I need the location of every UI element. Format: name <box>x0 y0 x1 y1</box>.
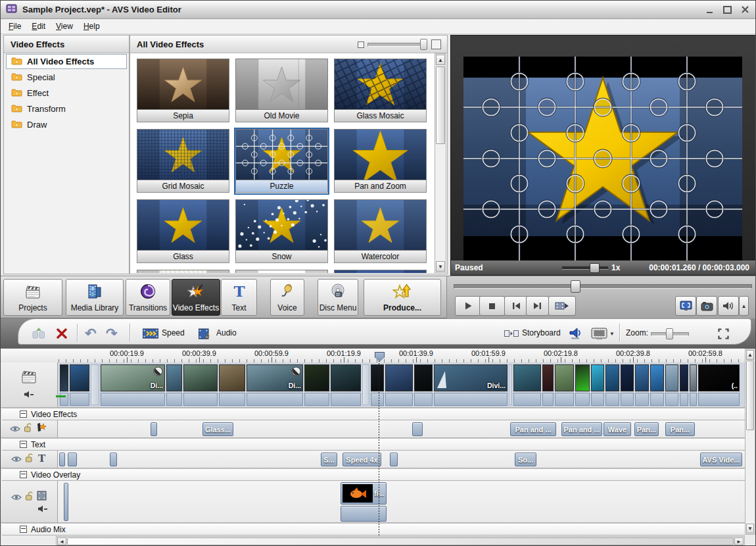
audio-cell[interactable] <box>555 393 574 406</box>
video-clip[interactable]: (.. <box>698 364 740 391</box>
video-clip[interactable] <box>183 364 218 391</box>
next-button[interactable] <box>526 296 549 316</box>
volume-expand-button[interactable]: ▲ <box>739 296 749 316</box>
titlebar[interactable]: Sample Project.vep* - AVS Video Editor <box>1 1 756 19</box>
effect-thumbnail[interactable] <box>137 129 229 180</box>
seek-slider[interactable] <box>454 284 752 289</box>
effect-clip-pan-and[interactable]: Pan and ... <box>510 422 556 436</box>
audio-cell[interactable] <box>101 393 165 406</box>
hscrollbar-thumb[interactable] <box>67 537 734 545</box>
display-mode-dropdown-icon[interactable]: ▼ <box>609 326 615 341</box>
effect-sepia[interactable]: Sepia <box>137 59 229 123</box>
effect-partial[interactable] <box>137 270 229 273</box>
video-clip[interactable] <box>414 364 433 391</box>
effect-partial[interactable] <box>235 270 328 273</box>
effect-thumbnail[interactable] <box>334 129 427 180</box>
eye-icon[interactable] <box>11 491 22 503</box>
scroll-left-icon[interactable]: ◄ <box>57 537 66 545</box>
nav-produce[interactable]: Produce... <box>364 279 441 316</box>
video-clip[interactable] <box>304 364 329 391</box>
fit-timeline-button[interactable] <box>718 326 729 341</box>
nav-voice[interactable]: Voice <box>270 279 304 316</box>
audio-cell[interactable] <box>247 393 303 406</box>
audio-cell[interactable] <box>591 393 604 406</box>
speed-slider-handle[interactable] <box>590 263 600 273</box>
video-clip[interactable] <box>665 364 678 391</box>
video-clip[interactable]: Di... <box>101 364 165 391</box>
video-clip[interactable] <box>331 364 361 391</box>
transition-icon[interactable] <box>291 366 301 379</box>
effect-clip-pan[interactable]: Pan... <box>665 422 695 436</box>
audio-cell[interactable] <box>371 393 384 406</box>
text-clip-speed-4x[interactable]: Speed 4x <box>343 453 381 466</box>
speed-button[interactable] <box>143 326 158 341</box>
menu-edit[interactable]: Edit <box>26 20 51 32</box>
collapse-icon[interactable] <box>20 471 27 478</box>
audio-cell[interactable] <box>385 393 413 406</box>
video-clip[interactable] <box>555 364 574 391</box>
clip-gap[interactable] <box>509 364 512 405</box>
effect-clip[interactable] <box>151 422 157 436</box>
audio-cell[interactable] <box>665 393 678 406</box>
audio-cell[interactable] <box>690 393 697 406</box>
audio-button[interactable]: ♪ <box>199 326 213 341</box>
video-clip[interactable] <box>166 364 182 391</box>
audio-cell[interactable] <box>513 393 541 406</box>
audio-cell[interactable] <box>331 393 361 406</box>
frame-export-button[interactable] <box>548 296 576 316</box>
redo-button[interactable]: ↷ <box>106 326 118 341</box>
play-button[interactable] <box>455 296 481 316</box>
nav-disc-menu[interactable]: Disc Menu <box>318 279 358 316</box>
scroll-down-icon[interactable]: ▼ <box>436 261 445 272</box>
timeline-zoom-handle[interactable] <box>666 328 673 339</box>
display-mode-button[interactable] <box>591 326 607 341</box>
text-clip[interactable] <box>59 453 65 466</box>
section-video-effects[interactable]: Video Effects <box>2 408 745 420</box>
text-clip-s[interactable]: S... <box>321 453 337 466</box>
audio-cell[interactable] <box>183 393 218 406</box>
scroll-up-icon[interactable]: ▲ <box>746 350 754 360</box>
effect-clip[interactable] <box>412 422 423 436</box>
audio-label[interactable]: Audio <box>216 328 237 337</box>
section-video-overlay[interactable]: Video Overlay <box>2 468 745 481</box>
video-clip[interactable] <box>650 364 664 391</box>
video-clip[interactable]: Divi... <box>434 364 508 391</box>
minimize-button[interactable] <box>703 5 716 15</box>
text-clip[interactable] <box>390 453 398 466</box>
scroll-right-icon[interactable]: ► <box>734 537 744 545</box>
effect-clip-pan[interactable]: Pan... <box>634 422 659 436</box>
undo-button[interactable]: ↶ <box>85 326 97 341</box>
audio-cell[interactable] <box>605 393 619 406</box>
speed-slider[interactable] <box>562 266 608 270</box>
effect-clip-pan-and[interactable]: Pan and ... <box>561 422 602 436</box>
nav-media-library[interactable]: Media Library <box>66 279 124 316</box>
audio-cell[interactable] <box>304 393 329 406</box>
delete-button[interactable] <box>56 326 68 341</box>
audio-cell[interactable] <box>635 393 649 406</box>
text-clip-avs-vide[interactable]: AVS Vide... <box>700 453 742 466</box>
text-clip-so[interactable]: So... <box>515 453 536 466</box>
nav-text[interactable]: TText <box>221 279 257 316</box>
collapse-icon[interactable] <box>20 410 27 418</box>
previous-button[interactable] <box>504 296 527 316</box>
mute-speaker-icon[interactable] <box>37 505 48 512</box>
storyboard-toggle[interactable] <box>504 326 519 341</box>
thumb-size-large-icon[interactable] <box>431 39 441 49</box>
effect-thumbnail[interactable] <box>235 199 328 251</box>
audio-cell[interactable] <box>698 393 740 406</box>
overlay-clip[interactable] <box>64 483 68 521</box>
overlay-audio-cell[interactable] <box>341 506 387 522</box>
clip-gap[interactable] <box>91 364 99 405</box>
effect-old-movie[interactable]: Old Movie <box>235 59 328 123</box>
scroll-up-icon[interactable]: ▲ <box>436 55 445 65</box>
nav-projects[interactable]: Projects <box>3 279 62 316</box>
split-button[interactable] <box>32 326 45 341</box>
effect-watercolor[interactable]: Watercolor <box>334 199 427 264</box>
audio-cell[interactable] <box>166 393 182 406</box>
video-clip[interactable] <box>635 364 649 391</box>
video-clip[interactable] <box>621 364 634 391</box>
menu-help[interactable]: Help <box>78 20 105 32</box>
audio-cell[interactable] <box>621 393 634 406</box>
mute-speaker-icon[interactable] <box>24 389 34 401</box>
eye-icon[interactable] <box>10 423 20 435</box>
